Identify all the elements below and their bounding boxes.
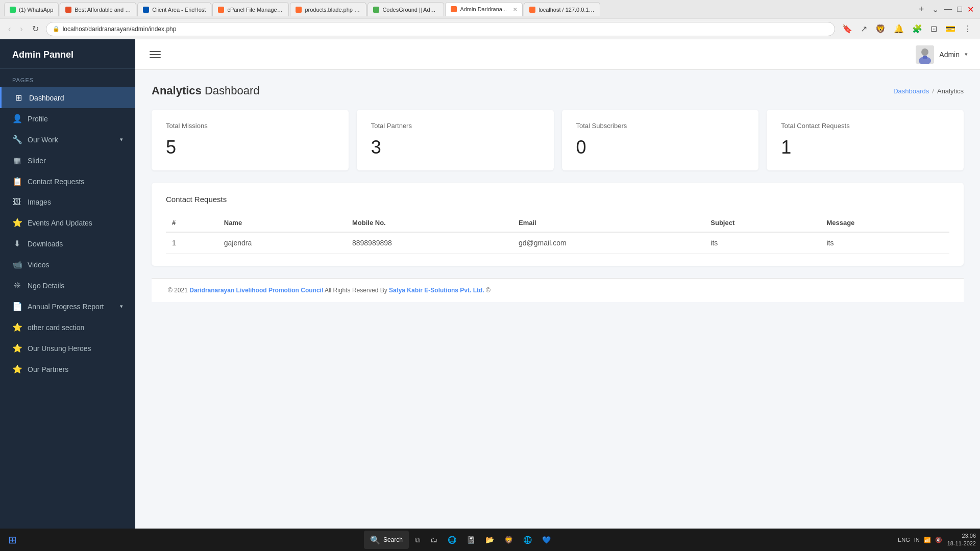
page-title-normal: Dashboard — [202, 84, 260, 97]
tab-label: cPanel File Manager v... — [227, 7, 283, 13]
taskbar-brave[interactable]: 🦁 — [500, 534, 517, 546]
tabs-dropdown-button[interactable]: ⌄ — [930, 3, 941, 16]
sidebar-item-our-work[interactable]: 🔧Our Work▾ — [0, 129, 135, 150]
table-cell-2: 8898989898 — [346, 232, 512, 254]
sidebar-item-unsung-heroes[interactable]: ⭐Our Unsung Heroes — [0, 338, 135, 359]
share-button[interactable]: ↗ — [859, 22, 869, 36]
browser-action-buttons: 🔖 ↗ 🦁 🔔 🧩 ⊡ 💳 ⋮ — [840, 22, 974, 36]
sidebar-item-videos[interactable]: 📹Videos — [0, 254, 135, 275]
breadcrumb-separator: / — [932, 87, 934, 95]
taskbar-file-manager[interactable]: 🗂 — [426, 534, 442, 546]
browser-tab-1[interactable]: (1) WhatsApp — [4, 2, 59, 16]
maximize-button[interactable]: □ — [955, 3, 964, 16]
table-col-#: # — [166, 214, 218, 232]
tab-favicon — [451, 6, 457, 12]
sidebar-item-our-partners[interactable]: ⭐Our Partners — [0, 359, 135, 380]
admin-avatar — [916, 45, 934, 64]
table-cell-3: gd@gmail.com — [512, 232, 704, 254]
forward-button[interactable]: › — [18, 22, 24, 36]
browser-tab-6[interactable]: CodesGround || Admi... — [368, 2, 444, 16]
reload-button[interactable]: ↻ — [30, 22, 41, 36]
sidebar-item-label-profile: Profile — [28, 115, 48, 123]
contact-requests-section: Contact Requests #NameMobile No.EmailSub… — [152, 183, 964, 266]
table-col-message: Message — [820, 214, 949, 232]
stat-card-total-contact-requests: Total Contact Requests1 — [767, 110, 964, 170]
taskbar-edge[interactable]: 🌐 — [444, 534, 460, 546]
sidebar-item-label-dashboard: Dashboard — [29, 94, 64, 102]
browser-tab-7[interactable]: Admin Daridrana...✕ — [445, 2, 523, 16]
other-card-icon: ⭐ — [12, 322, 21, 332]
sidebar-item-label-annual-progress: Annual Progress Report — [28, 303, 104, 311]
sidebar-item-label-unsung-heroes: Our Unsung Heroes — [28, 344, 91, 353]
page-title-bold: Analytics — [152, 84, 202, 97]
taskbar-chrome[interactable]: 🌐 — [519, 534, 536, 546]
sidebar-toggle[interactable]: ⊡ — [928, 22, 939, 36]
sidebar-item-ngo-details[interactable]: ❊Ngo Details — [0, 275, 135, 296]
taskbar-sys-tray: ENG IN 📶 🔇 — [898, 537, 942, 543]
breadcrumb-dashboards-link[interactable]: Dashboards — [893, 87, 929, 95]
tab-label: CodesGround || Admi... — [382, 7, 438, 13]
back-button[interactable]: ‹ — [6, 22, 13, 36]
browser-tab-3[interactable]: Client Area - EricHost — [137, 2, 211, 16]
taskbar-notepad[interactable]: 📓 — [462, 534, 479, 546]
taskbar-search[interactable]: 🔍 Search — [364, 531, 409, 549]
windows-start-button[interactable]: ⊞ — [4, 532, 21, 548]
minimize-button[interactable]: — — [942, 3, 954, 16]
extensions-button[interactable]: 🧩 — [910, 22, 924, 36]
tab-close-icon[interactable]: ✕ — [513, 7, 517, 12]
bookmark-button[interactable]: 🔖 — [840, 22, 854, 36]
stat-label-total-partners: Total Partners — [371, 122, 540, 130]
browser-tab-5[interactable]: products.blade.php - ... — [290, 2, 366, 16]
menu-button[interactable]: ⋮ — [962, 22, 974, 36]
sidebar-item-images[interactable]: 🖼Images — [0, 192, 135, 212]
browser-tab-4[interactable]: cPanel File Manager v... — [212, 2, 289, 16]
lock-icon: 🔒 — [53, 26, 60, 32]
sidebar-item-events-updates[interactable]: ⭐Events And Updates — [0, 212, 135, 233]
url-bar[interactable]: 🔒 localhost/daridranarayan/admin/index.p… — [46, 22, 835, 36]
sidebar-item-downloads[interactable]: ⬇Downloads — [0, 233, 135, 254]
breadcrumb-current: Analytics — [937, 87, 964, 95]
browser-tab-2[interactable]: Best Affordable and R... — [60, 2, 136, 16]
hamburger-button[interactable] — [148, 49, 163, 60]
table-cell-4: its — [704, 232, 820, 254]
taskbar-explorer[interactable]: 📂 — [481, 534, 498, 546]
our-partners-icon: ⭐ — [12, 364, 21, 374]
sidebar-item-slider[interactable]: ▦Slider — [0, 150, 135, 171]
tab-label: products.blade.php - ... — [305, 7, 361, 13]
sidebar-item-label-our-work: Our Work — [28, 136, 58, 144]
taskbar-volume-icon: 🔇 — [935, 537, 942, 543]
events-updates-icon: ⭐ — [12, 218, 21, 228]
sidebar-section-label: Pages — [0, 69, 135, 87]
footer-copy: © 2021 — [168, 287, 188, 294]
sidebar-item-label-downloads: Downloads — [28, 240, 63, 248]
tab-favicon — [143, 7, 149, 13]
sidebar-item-contact-requests[interactable]: 📋Contact Requests — [0, 171, 135, 192]
taskbar-clock: 23:06 18-11-2022 — [947, 532, 976, 548]
sidebar-item-dashboard[interactable]: ⊞Dashboard — [0, 87, 135, 108]
wallet-button[interactable]: 💳 — [943, 22, 958, 36]
table-cell-1: gajendra — [218, 232, 346, 254]
taskbar-vscode[interactable]: 💙 — [538, 534, 555, 546]
topbar-left — [148, 49, 163, 60]
taskbar-task-view[interactable]: ⧉ — [411, 534, 424, 546]
footer-org-link[interactable]: Daridranarayan Livelihood Promotion Coun… — [189, 287, 323, 294]
tab-favicon — [10, 7, 16, 13]
sidebar-item-annual-progress[interactable]: 📄Annual Progress Report▾ — [0, 296, 135, 317]
sidebar-item-other-card[interactable]: ⭐other card section — [0, 317, 135, 338]
brave-icon[interactable]: 🦁 — [873, 22, 888, 36]
admin-dropdown[interactable]: Admin ▾ — [916, 45, 968, 64]
stat-card-total-missions: Total Missions5 — [152, 110, 349, 170]
svg-point-1 — [921, 48, 928, 56]
browser-tab-8[interactable]: localhost / 127.0.0.1 / ... — [524, 2, 600, 16]
new-tab-button[interactable]: + — [914, 4, 929, 15]
slider-icon: ▦ — [12, 156, 21, 165]
notification-button[interactable]: 🔔 — [892, 22, 906, 36]
footer-company-link[interactable]: Satya Kabir E-Solutions Pvt. Ltd. — [389, 287, 484, 294]
stat-card-total-subscribers: Total Subscribers0 — [562, 110, 759, 170]
stats-grid: Total Missions5Total Partners3Total Subs… — [152, 110, 964, 170]
brand-title: Admin Pannel — [12, 49, 123, 60]
browser-address-bar: ‹ › ↻ 🔒 localhost/daridranarayan/admin/i… — [0, 18, 980, 39]
sidebar-item-profile[interactable]: 👤Profile — [0, 108, 135, 129]
close-button[interactable]: ✕ — [965, 3, 976, 16]
browser-tabs-bar: (1) WhatsAppBest Affordable and R...Clie… — [0, 0, 980, 18]
